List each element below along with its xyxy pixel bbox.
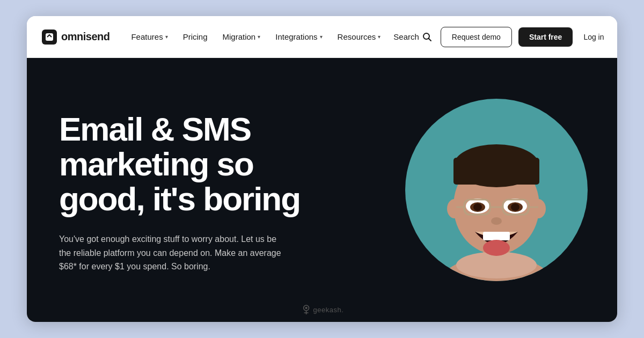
brand-icon — [42, 30, 57, 45]
chevron-down-icon: ▾ — [165, 34, 168, 40]
person-illustration — [405, 99, 588, 281]
nav-items: Features ▾ Pricing Migration ▾ Integrati… — [125, 28, 387, 46]
nav-item-resources[interactable]: Resources ▾ — [331, 28, 387, 46]
search-button[interactable]: Search — [391, 28, 434, 46]
chevron-down-icon: ▾ — [258, 34, 260, 40]
request-demo-button[interactable]: Request demo — [441, 27, 512, 47]
nav-right: Search Request demo Start free Log in — [391, 27, 608, 47]
chevron-down-icon: ▾ — [320, 34, 323, 40]
search-icon — [422, 32, 432, 42]
hero-section: Email & SMS marketing so good, it's bori… — [27, 58, 617, 322]
hero-image-area — [392, 58, 617, 322]
hero-subtitle: You've got enough exciting stuff to worr… — [59, 232, 284, 274]
brand-name: omnisend — [61, 31, 109, 43]
person-image-circle — [405, 99, 588, 281]
svg-point-24 — [483, 240, 510, 256]
svg-point-13 — [473, 203, 482, 211]
nav-item-integrations[interactable]: Integrations ▾ — [269, 28, 328, 46]
svg-point-16 — [511, 203, 519, 211]
start-free-button[interactable]: Start free — [518, 27, 573, 47]
svg-line-2 — [428, 38, 431, 41]
navbar: omnisend Features ▾ Pricing Migration ▾ … — [27, 16, 617, 58]
nav-item-pricing[interactable]: Pricing — [177, 28, 214, 46]
nav-item-migration[interactable]: Migration ▾ — [216, 28, 267, 46]
chevron-down-icon: ▾ — [378, 34, 380, 40]
login-button[interactable]: Log in — [579, 27, 608, 47]
hero-title: Email & SMS marketing so good, it's bori… — [59, 112, 317, 216]
logo-area[interactable]: omnisend — [42, 30, 109, 45]
svg-point-7 — [447, 199, 462, 218]
nav-item-features[interactable]: Features ▾ — [125, 28, 174, 46]
browser-frame: omnisend Features ▾ Pricing Migration ▾ … — [27, 16, 617, 322]
svg-rect-10 — [453, 158, 539, 185]
svg-point-8 — [531, 199, 546, 218]
svg-rect-23 — [483, 232, 510, 240]
hero-content: Email & SMS marketing so good, it's bori… — [27, 58, 392, 322]
svg-point-22 — [491, 217, 502, 225]
